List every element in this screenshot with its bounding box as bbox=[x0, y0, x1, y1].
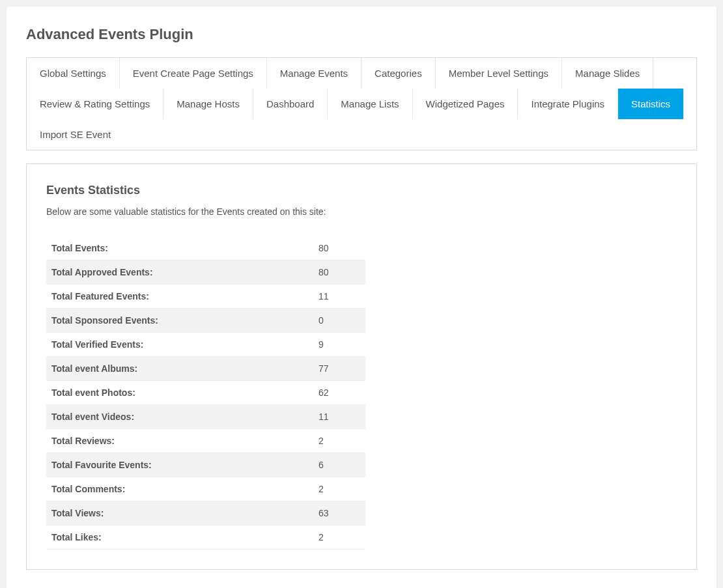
stats-row: Total event Videos:11 bbox=[46, 405, 365, 429]
tab-widgetized-pages[interactable]: Widgetized Pages bbox=[413, 89, 518, 119]
stats-row: Total event Photos:62 bbox=[46, 381, 365, 405]
stats-label: Total Featured Events: bbox=[46, 285, 313, 309]
stats-label: Total Verified Events: bbox=[46, 333, 313, 357]
stats-label: Total Events: bbox=[46, 236, 313, 260]
stats-row: Total Reviews:2 bbox=[46, 429, 365, 453]
stats-table: Total Events:80Total Approved Events:80T… bbox=[46, 236, 365, 550]
stats-row: Total Approved Events:80 bbox=[46, 260, 365, 285]
stats-row: Total event Albums:77 bbox=[46, 357, 365, 381]
stats-row: Total Favourite Events:6 bbox=[46, 453, 365, 477]
stats-label: Total Approved Events: bbox=[46, 260, 313, 285]
stats-row: Total Events:80 bbox=[46, 236, 365, 260]
tab-manage-events[interactable]: Manage Events bbox=[267, 58, 362, 89]
stats-value: 80 bbox=[313, 260, 365, 285]
tab-review-rating-settings[interactable]: Review & Rating Settings bbox=[27, 89, 163, 119]
stats-value: 11 bbox=[313, 405, 365, 429]
tab-manage-slides[interactable]: Manage Slides bbox=[562, 58, 653, 89]
stats-label: Total Favourite Events: bbox=[46, 453, 313, 477]
stats-row: Total Views:63 bbox=[46, 501, 365, 525]
main-card: Advanced Events Plugin Global SettingsEv… bbox=[7, 7, 716, 588]
tab-event-create-page-settings[interactable]: Event Create Page Settings bbox=[120, 58, 267, 89]
stats-label: Total event Photos: bbox=[46, 381, 313, 405]
stats-label: Total Sponsored Events: bbox=[46, 309, 313, 333]
section-description: Below are some valuable statistics for t… bbox=[46, 206, 677, 217]
stats-row: Total Sponsored Events:0 bbox=[46, 309, 365, 333]
stats-value: 11 bbox=[313, 285, 365, 309]
stats-value: 80 bbox=[313, 236, 365, 260]
stats-row: Total Verified Events:9 bbox=[46, 333, 365, 357]
stats-value: 77 bbox=[313, 357, 365, 381]
tab-bar: Global SettingsEvent Create Page Setting… bbox=[26, 57, 697, 150]
stats-label: Total Reviews: bbox=[46, 429, 313, 453]
page-title: Advanced Events Plugin bbox=[26, 26, 697, 43]
section-title: Events Statistics bbox=[46, 184, 677, 197]
tab-member-level-settings[interactable]: Member Level Settings bbox=[436, 58, 562, 89]
stats-value: 0 bbox=[313, 309, 365, 333]
stats-label: Total Comments: bbox=[46, 477, 313, 501]
tab-import-se-event[interactable]: Import SE Event bbox=[27, 119, 124, 150]
tab-global-settings[interactable]: Global Settings bbox=[27, 58, 120, 89]
stats-value: 2 bbox=[313, 525, 365, 550]
stats-label: Total Views: bbox=[46, 501, 313, 525]
stats-label: Total event Videos: bbox=[46, 405, 313, 429]
tab-statistics[interactable]: Statistics bbox=[618, 89, 684, 119]
tab-categories[interactable]: Categories bbox=[362, 58, 436, 89]
content-box: Events Statistics Below are some valuabl… bbox=[26, 163, 697, 570]
stats-value: 2 bbox=[313, 477, 365, 501]
stats-value: 63 bbox=[313, 501, 365, 525]
tab-manage-lists[interactable]: Manage Lists bbox=[328, 89, 412, 119]
stats-label: Total event Albums: bbox=[46, 357, 313, 381]
stats-row: Total Likes:2 bbox=[46, 525, 365, 550]
tab-integrate-plugins[interactable]: Integrate Plugins bbox=[518, 89, 618, 119]
tab-dashboard[interactable]: Dashboard bbox=[253, 89, 328, 119]
stats-value: 62 bbox=[313, 381, 365, 405]
tab-manage-hosts[interactable]: Manage Hosts bbox=[163, 89, 253, 119]
stats-row: Total Comments:2 bbox=[46, 477, 365, 501]
stats-value: 9 bbox=[313, 333, 365, 357]
stats-value: 2 bbox=[313, 429, 365, 453]
stats-value: 6 bbox=[313, 453, 365, 477]
stats-label: Total Likes: bbox=[46, 525, 313, 550]
stats-row: Total Featured Events:11 bbox=[46, 285, 365, 309]
